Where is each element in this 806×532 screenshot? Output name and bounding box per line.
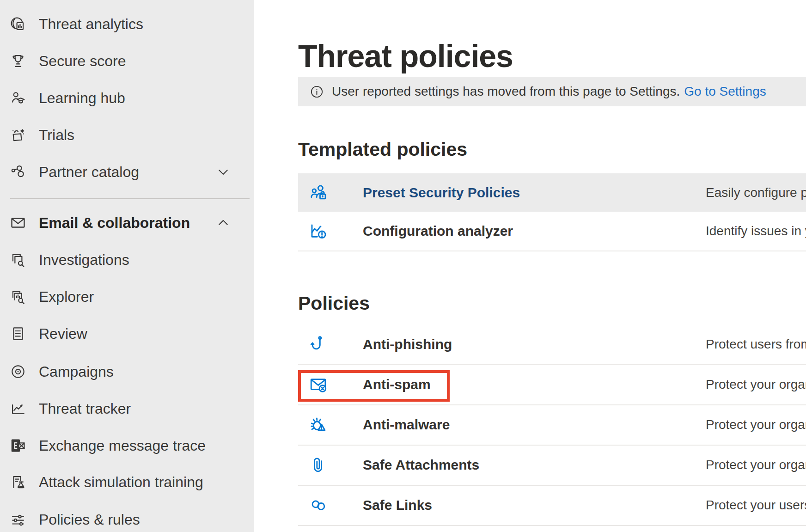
sidebar-item-label: Email & collaboration (39, 214, 190, 232)
sidebar-item-label: Investigations (39, 251, 129, 269)
partner-catalog-icon (9, 163, 27, 181)
sidebar-item-label: Threat tracker (39, 400, 131, 417)
row-description: Protect your organiza (706, 377, 806, 392)
attack-simulation-training-icon (9, 473, 27, 491)
chevron-up-icon (216, 216, 230, 230)
sidebar-item-label: Policies & rules (39, 511, 140, 528)
banner-text: User reported settings has moved from th… (332, 84, 680, 99)
row-label: Safe Links (363, 497, 432, 513)
sidebar-item-investigations[interactable]: Investigations (0, 241, 254, 278)
anti-malware-icon (309, 415, 328, 434)
sidebar-item-secure-score[interactable]: Secure score (0, 43, 254, 79)
sidebar-item-attack-simulation-training[interactable]: Attack simulation training (0, 464, 254, 501)
learning-hub-icon (9, 89, 27, 107)
row-divider (298, 525, 806, 526)
policies-rules-icon (9, 511, 27, 528)
row-description: Easily configure prote (706, 185, 806, 200)
row-configuration-analyzer[interactable]: Configuration analyzer Identify issues i… (298, 212, 806, 250)
sidebar-item-label: Explorer (39, 288, 94, 306)
anti-spam-icon (309, 375, 328, 394)
row-label: Preset Security Policies (363, 185, 520, 201)
threat-tracker-icon (9, 400, 27, 417)
sidebar-item-label: Campaigns (39, 363, 114, 380)
review-icon (9, 325, 27, 342)
safe-links-icon (309, 495, 328, 515)
sidebar-item-threat-analytics[interactable]: Threat analytics (0, 6, 254, 43)
row-anti-malware[interactable]: Anti-malware Protect your organiza (298, 405, 806, 444)
sidebar-item-email-collaboration[interactable]: Email & collaboration (0, 204, 254, 241)
row-label: Safe Attachments (363, 457, 479, 473)
page-title: Threat policies (298, 38, 513, 74)
preset-security-policies-icon (309, 183, 328, 202)
chevron-down-icon (216, 165, 230, 179)
row-safe-attachments[interactable]: Safe Attachments Protect your organiza (298, 445, 806, 484)
row-anti-spam[interactable]: Anti-spam Protect your organiza (298, 365, 806, 404)
row-preset-security-policies[interactable]: Preset Security Policies Easily configur… (298, 173, 806, 212)
investigations-icon (9, 251, 27, 269)
info-icon (310, 85, 324, 99)
sidebar-item-exchange-message-trace[interactable]: Exchange message trace (0, 427, 254, 464)
safe-attachments-icon (309, 455, 328, 475)
secure-score-icon (9, 52, 27, 70)
row-label: Configuration analyzer (363, 223, 513, 239)
anti-phishing-icon (309, 335, 328, 354)
go-to-settings-link[interactable]: Go to Settings (684, 84, 766, 99)
sidebar-item-threat-tracker[interactable]: Threat tracker (0, 390, 254, 427)
sidebar-item-learning-hub[interactable]: Learning hub (0, 79, 254, 116)
row-label: Anti-malware (363, 417, 450, 433)
sidebar-item-review[interactable]: Review (0, 315, 254, 352)
sidebar-item-label: Exchange message trace (39, 437, 206, 454)
explorer-icon (9, 288, 27, 306)
sidebar-item-policies-rules[interactable]: Policies & rules (0, 501, 254, 532)
email-collaboration-icon (9, 214, 27, 232)
configuration-analyzer-icon (309, 221, 328, 241)
info-banner: User reported settings has moved from th… (298, 77, 806, 106)
row-label: Anti-phishing (363, 336, 452, 352)
row-description: Protect your users fro (706, 498, 806, 513)
row-safe-links[interactable]: Safe Links Protect your users fro (298, 485, 806, 525)
threat-analytics-icon (9, 15, 27, 33)
threat-policies-page: { "sidebar": { "items": [ {"label": "Thr… (0, 0, 806, 532)
sidebar-item-partner-catalog[interactable]: Partner catalog (0, 153, 254, 190)
sidebar-item-label: Attack simulation training (39, 474, 203, 491)
sidebar-divider (10, 198, 250, 199)
sidebar-item-label: Threat analytics (39, 16, 143, 33)
row-anti-phishing[interactable]: Anti-phishing Protect users from ph (298, 324, 806, 364)
section-heading-policies: Policies (298, 293, 370, 314)
sidebar-item-explorer[interactable]: Explorer (0, 278, 254, 315)
sidebar-item-trials[interactable]: Trials (0, 116, 254, 153)
exchange-message-trace-icon (9, 437, 27, 454)
section-heading-templated-policies: Templated policies (298, 139, 467, 160)
row-description: Protect your organiza (706, 458, 806, 472)
sidebar-item-label: Partner catalog (39, 164, 139, 181)
row-label: Anti-spam (363, 377, 431, 392)
sidebar-item-label: Review (39, 325, 87, 342)
campaigns-icon (9, 363, 27, 380)
sidebar-item-campaigns[interactable]: Campaigns (0, 353, 254, 390)
row-description: Protect users from ph (706, 337, 806, 352)
sidebar-item-label: Trials (39, 127, 74, 144)
sidebar: Threat analytics Secure score Learning h… (0, 0, 254, 532)
section-divider (298, 251, 806, 251)
trials-icon (9, 126, 27, 144)
sidebar-item-label: Secure score (39, 53, 126, 70)
row-description: Protect your organiza (706, 417, 806, 432)
sidebar-item-label: Learning hub (39, 90, 125, 107)
row-description: Identify issues in you (706, 224, 806, 238)
